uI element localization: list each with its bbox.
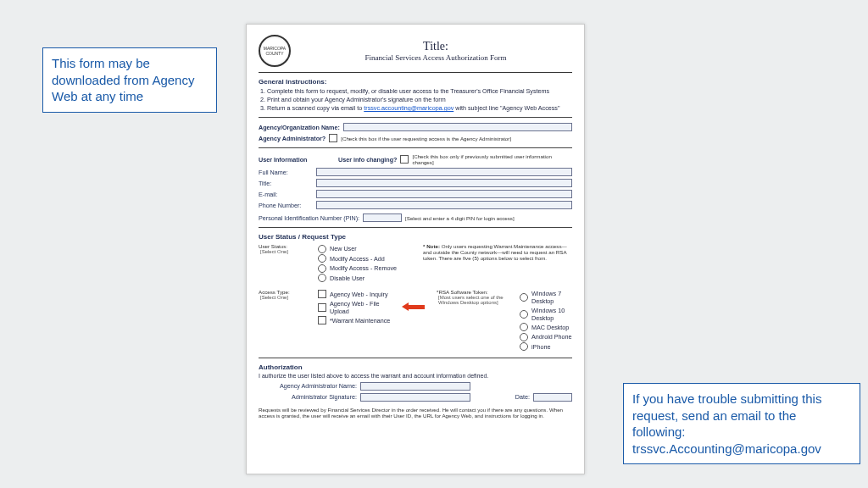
user-status-label: User Status: — [259, 243, 306, 249]
rsa-options: Windows 7 Desktop Windows 10 Desktop MAC… — [520, 289, 572, 352]
divider — [259, 227, 572, 228]
divider — [259, 358, 572, 358]
user-info-block: Full Name: Title: E-mail: Phone Number: — [259, 168, 572, 209]
general-instructions-heading: General Instructions: — [259, 78, 572, 86]
user-info-heading: User Information — [259, 156, 335, 164]
user-info-changing-hint: [Check this box only if previously submi… — [412, 153, 572, 165]
divider — [259, 147, 572, 148]
access-block: Access Type: [Select One] Agency Web - I… — [259, 289, 572, 352]
select-one-hint: [Select One] — [260, 249, 306, 254]
callout-email: trssvc.Accounting@maricopa.gov — [632, 441, 821, 456]
phone-label: Phone Number: — [259, 202, 313, 209]
instruction-item: Complete this form to request, modify, o… — [267, 87, 572, 95]
doc-header: MARICOPA COUNTY Title: Financial Service… — [259, 35, 572, 73]
divider — [259, 117, 572, 118]
rsa-hint: [Most users select one of the Windows De… — [438, 295, 508, 307]
status-heading: User Status / Request Type — [259, 233, 572, 241]
admin-sig-row: Administrator Signature: Date: — [259, 393, 572, 402]
access-chk-upload[interactable] — [318, 303, 326, 312]
callout-text: This form may be downloaded from Agency … — [52, 56, 194, 103]
email-label: E-mail: — [259, 191, 313, 198]
agency-admin-checkbox[interactable] — [329, 134, 337, 142]
rsa-radio-iphone[interactable] — [520, 342, 528, 351]
highlight-arrow-icon — [407, 305, 425, 309]
rsa-radio-android[interactable] — [520, 333, 528, 341]
access-chk-warrant[interactable] — [318, 316, 326, 324]
rsa-radio-win7[interactable] — [520, 293, 528, 302]
pin-row: Personal Identification Number (PIN): [S… — [259, 214, 572, 222]
agency-org-row: Agency/Organization Name: — [259, 123, 572, 131]
fullname-label: Full Name: — [259, 169, 313, 176]
form-document: MARICOPA COUNTY Title: Financial Service… — [246, 24, 585, 474]
county-seal-icon: MARICOPA COUNTY — [259, 35, 291, 67]
rsa-radio-win10[interactable] — [520, 310, 528, 319]
title-input[interactable] — [316, 179, 572, 187]
pin-label: Personal Identification Number (PIN): — [259, 214, 359, 222]
status-block: User Status: [Select One] New User Modif… — [259, 243, 572, 284]
instruction-email-link[interactable]: trssvc.accounting@maricopa.gov — [364, 104, 453, 112]
title-label: Title: — [259, 180, 313, 187]
date-input[interactable] — [533, 393, 572, 402]
access-type-label-col: Access Type: [Select One] — [259, 289, 306, 352]
note-col: * Note: Only users requesting Warrant Ma… — [423, 243, 572, 284]
instruction-item: Print and obtain your Agency Administrat… — [267, 96, 572, 103]
pin-input[interactable] — [363, 214, 402, 222]
admin-name-label: Agency Administrator Name: — [259, 382, 357, 390]
doc-subtitle: Financial Services Access Authorization … — [299, 53, 572, 62]
callout-support-note: If you have trouble submitting this requ… — [623, 383, 860, 464]
instructions-list: Complete this form to request, modify, o… — [259, 87, 572, 112]
authorization-heading: Authorization — [259, 363, 572, 371]
date-label: Date: — [515, 393, 530, 401]
rsa-radio-mac[interactable] — [520, 323, 528, 331]
callout-text: If you have trouble submitting this requ… — [632, 391, 821, 439]
access-type-options: Agency Web - Inquiry Agency Web - File U… — [318, 289, 425, 352]
select-one-hint: [Select One] — [260, 295, 306, 300]
admin-sig-label: Administrator Signature: — [259, 393, 357, 401]
footer-note: Requests will be reviewed by Financial S… — [259, 407, 572, 420]
user-status-options: New User Modify Access - Add Modify Acce… — [318, 243, 411, 284]
agency-admin-row: Agency Administrator? [Check this box if… — [259, 134, 572, 142]
authorization-text: I authorize the user listed above to acc… — [259, 373, 572, 379]
user-info-header-row: User Information User info changing? [Ch… — [259, 153, 572, 165]
agency-org-input[interactable] — [343, 123, 572, 131]
rsa-label: *RSA Software Token: — [437, 289, 508, 295]
access-chk-inquiry[interactable] — [318, 290, 326, 298]
admin-sig-input[interactable] — [360, 393, 470, 402]
agency-admin-label: Agency Administrator? — [259, 135, 326, 142]
status-radio-modify-add[interactable] — [318, 254, 326, 263]
instruction-item: Return a scanned copy via email to trssv… — [267, 104, 572, 112]
admin-name-row: Agency Administrator Name: — [259, 382, 572, 391]
pin-hint: [Select and enter a 4 digit PIN for logi… — [405, 215, 515, 221]
rsa-label-col: *RSA Software Token: [Most users select … — [437, 289, 508, 352]
callout-download-note: This form may be downloaded from Agency … — [42, 47, 217, 113]
access-type-label: Access Type: — [259, 289, 306, 295]
agency-admin-hint: [Check this box if the user requesting a… — [341, 136, 511, 141]
agency-org-label: Agency/Organization Name: — [259, 124, 340, 131]
status-radio-new[interactable] — [318, 245, 326, 253]
user-info-changing-checkbox[interactable] — [400, 155, 409, 164]
user-info-changing-label: User info changing? — [338, 156, 397, 164]
status-radio-disable[interactable] — [318, 274, 326, 282]
email-input[interactable] — [316, 190, 572, 198]
user-status-label-col: User Status: [Select One] — [259, 243, 306, 284]
status-radio-modify-remove[interactable] — [318, 264, 326, 273]
doc-title: Title: — [299, 40, 572, 53]
phone-input[interactable] — [316, 201, 572, 209]
fullname-input[interactable] — [316, 168, 572, 176]
admin-name-input[interactable] — [360, 382, 470, 391]
